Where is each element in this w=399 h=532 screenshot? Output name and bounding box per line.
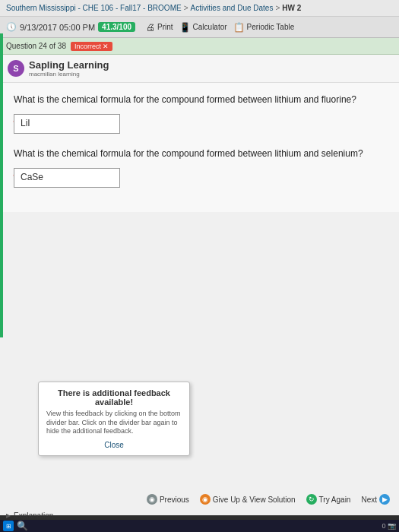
- calculator-icon: 📱: [179, 22, 191, 33]
- explanation-label: Explanation: [14, 511, 53, 515]
- giveup-icon: ◉: [200, 494, 211, 505]
- expand-icon: ▶: [6, 512, 11, 515]
- next-label: Next: [361, 496, 377, 504]
- next-button[interactable]: Next ▶: [358, 492, 393, 506]
- sapling-title-group: Sapling Learning macmillan learning: [29, 59, 109, 78]
- sapling-logo-text: S: [13, 64, 18, 73]
- try-label: Try Again: [319, 496, 351, 504]
- question-content: What is the chemical formula for the com…: [0, 83, 399, 212]
- previous-icon: ◉: [147, 494, 157, 505]
- answer-2-container: ✗ CaSe: [14, 168, 385, 188]
- explanation-bar[interactable]: ▶ Explanation: [6, 511, 53, 515]
- giveup-button[interactable]: ◉ Give Up & View Solution: [197, 492, 299, 506]
- sapling-header: S Sapling Learning macmillan learning: [0, 55, 399, 83]
- breadcrumb-part2[interactable]: Activities and Due Dates: [190, 4, 273, 12]
- giveup-label: Give Up & View Solution: [213, 496, 296, 504]
- breadcrumb-part3: HW 2: [282, 4, 301, 12]
- print-icon: 🖨: [146, 22, 155, 33]
- calculator-label: Calculator: [193, 23, 227, 31]
- question-bar: Question 24 of 38 Incorrect ✕: [0, 38, 399, 55]
- next-icon: ▶: [379, 494, 390, 505]
- periodic-table-label: Periodic Table: [247, 23, 295, 31]
- green-accent: [0, 33, 3, 337]
- windows-icon[interactable]: ⊞: [3, 521, 14, 531]
- try-again-button[interactable]: ↻ Try Again: [303, 492, 354, 506]
- x-icon: ✕: [103, 43, 109, 50]
- feedback-close-button[interactable]: Close: [46, 441, 182, 449]
- question-label: Question 24 of 38: [6, 42, 66, 50]
- toolbar-actions: 🖨 Print 📱 Calculator 📋 Periodic Table: [146, 22, 294, 33]
- answer-1-input[interactable]: LiI: [14, 114, 120, 134]
- calculator-button[interactable]: 📱 Calculator: [179, 22, 227, 33]
- breadcrumb-bar: Southern Mississippi - CHE 106 - Fall17 …: [0, 0, 399, 17]
- previous-button[interactable]: ◉ Previous: [144, 492, 192, 506]
- toolbar-date: 🕔 9/13/2017 05:00 PM 41.3/100: [6, 22, 135, 32]
- breadcrumb-sep1: >: [184, 4, 188, 12]
- breadcrumb-part1[interactable]: Southern Mississippi - CHE 106 - Fall17 …: [6, 4, 182, 12]
- sapling-title: Sapling Learning: [29, 59, 109, 71]
- incorrect-badge: Incorrect ✕: [71, 42, 112, 51]
- question-1-text: What is the chemical formula for the com…: [14, 93, 385, 106]
- breadcrumb-sep2: >: [275, 4, 280, 12]
- feedback-body: View this feedback by clicking on the bo…: [46, 410, 182, 436]
- answer-1-container: ✗ LiI: [14, 114, 385, 134]
- main-content: 🕔 9/13/2017 05:00 PM 41.3/100 🖨 Print 📱 …: [0, 17, 399, 515]
- os-bar: ⊞ 🔍 0 📷: [0, 520, 399, 532]
- date-value: 9/13/2017 05:00 PM: [20, 23, 95, 32]
- incorrect-text: Incorrect: [74, 43, 101, 50]
- feedback-title: There is additional feedback available!: [46, 388, 182, 407]
- periodic-table-button[interactable]: 📋 Periodic Table: [233, 22, 295, 33]
- os-status: 0 📷: [382, 522, 396, 530]
- print-label: Print: [157, 23, 173, 31]
- score-badge: 41.3/100: [98, 22, 135, 32]
- feedback-popup: There is additional feedback available! …: [38, 382, 190, 456]
- bottom-nav: ◉ Previous ◉ Give Up & View Solution ↻ T…: [144, 492, 393, 506]
- print-button[interactable]: 🖨 Print: [146, 22, 173, 33]
- clock-icon: 🕔: [6, 22, 17, 32]
- sapling-subtitle: macmillan learning: [29, 71, 109, 78]
- answer-1-value: LiI: [21, 118, 30, 128]
- os-search: 🔍: [17, 521, 28, 531]
- sapling-logo: S: [8, 60, 24, 77]
- toolbar: 🕔 9/13/2017 05:00 PM 41.3/100 🖨 Print 📱 …: [0, 17, 399, 38]
- previous-label: Previous: [160, 496, 189, 504]
- periodic-table-icon: 📋: [233, 22, 245, 33]
- answer-2-value: CaSe: [21, 172, 43, 182]
- try-icon: ↻: [306, 494, 317, 505]
- question-2-text: What is the chemical formula for the com…: [14, 147, 385, 160]
- screen: Southern Mississippi - CHE 106 - Fall17 …: [0, 0, 399, 532]
- answer-2-input[interactable]: CaSe: [14, 168, 120, 188]
